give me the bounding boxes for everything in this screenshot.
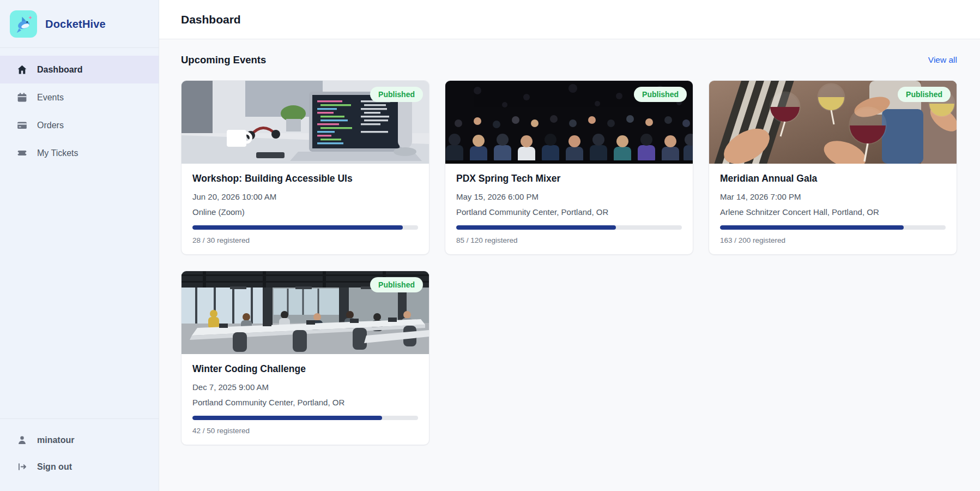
- view-all-link[interactable]: View all: [928, 55, 957, 65]
- events-grid: Published Workshop: Building Accessible …: [181, 80, 957, 445]
- registration-progress-fill: [192, 225, 403, 230]
- registration-progress-track: [720, 225, 946, 230]
- sidebar-item-orders[interactable]: Orders: [0, 111, 159, 139]
- sidebar-user[interactable]: minatour: [0, 427, 159, 453]
- open-office-hackathon-photo: Published: [182, 271, 429, 354]
- event-title: Winter Coding Challenge: [192, 363, 418, 375]
- event-location: Online (Zoom): [192, 207, 418, 217]
- sidebar-footer: minatour Sign out: [0, 418, 159, 491]
- calendar-icon: [16, 92, 28, 103]
- registration-progress-track: [456, 225, 682, 230]
- event-title: Workshop: Building Accessible UIs: [192, 173, 418, 184]
- app-name: DocketHive: [45, 18, 106, 31]
- sidebar-item-dashboard[interactable]: Dashboard: [0, 56, 159, 83]
- event-card[interactable]: Published PDX Spring Tech Mixer May 15, …: [445, 80, 693, 255]
- sign-out-label: Sign out: [37, 462, 72, 472]
- sign-out-icon: [16, 461, 28, 472]
- event-datetime: Mar 14, 2026 7:00 PM: [720, 192, 946, 201]
- conference-audience-photo: Published: [445, 81, 693, 164]
- event-title: PDX Spring Tech Mixer: [456, 173, 682, 184]
- registered-count: 28 / 30 registered: [192, 236, 418, 244]
- event-location: Portland Community Center, Portland, OR: [456, 207, 682, 217]
- page-title: Dashboard: [181, 13, 241, 26]
- registration-progress-fill: [720, 225, 904, 230]
- registered-count: 42 / 50 registered: [192, 427, 418, 435]
- content-area: Upcoming Events View all: [159, 39, 980, 445]
- username-label: minatour: [37, 435, 74, 445]
- event-datetime: Jun 20, 2026 10:00 AM: [192, 192, 418, 201]
- wine-toast-photo: Published: [709, 81, 957, 164]
- dolphin-icon: [10, 10, 37, 38]
- registered-count: 163 / 200 registered: [720, 236, 946, 244]
- event-card-body: Winter Coding Challenge Dec 7, 2025 9:00…: [182, 354, 429, 445]
- event-title: Meridian Annual Gala: [720, 173, 946, 184]
- status-badge: Published: [370, 87, 423, 102]
- sidebar-nav: Dashboard Events Orders: [0, 48, 159, 167]
- ticket-icon: [16, 147, 28, 159]
- event-location: Arlene Schnitzer Concert Hall, Portland,…: [720, 207, 946, 217]
- registration-progress-track: [192, 416, 418, 420]
- sidebar-item-label: Events: [37, 93, 64, 103]
- sidebar-item-label: Orders: [37, 121, 64, 130]
- main-area: Dashboard Upcoming Events View all: [159, 0, 980, 491]
- top-bar: Dashboard: [159, 0, 980, 39]
- event-card[interactable]: Published Meridian Annual Gala Mar 14, 2…: [709, 80, 957, 255]
- laptop-code-workspace-photo: Published: [182, 81, 429, 164]
- home-icon: [16, 64, 28, 75]
- status-badge: Published: [370, 277, 423, 292]
- registration-progress-track: [192, 225, 418, 230]
- app-logo: DocketHive: [0, 0, 159, 48]
- event-card[interactable]: Published Workshop: Building Accessible …: [181, 80, 429, 255]
- credit-card-icon: [16, 119, 28, 131]
- event-datetime: Dec 7, 2025 9:00 AM: [192, 382, 418, 392]
- sidebar: DocketHive Dashboard Events Orders: [0, 0, 159, 491]
- event-card-body: Meridian Annual Gala Mar 14, 2026 7:00 P…: [709, 164, 957, 254]
- sign-out-button[interactable]: Sign out: [0, 453, 159, 480]
- sidebar-item-label: My Tickets: [37, 148, 78, 158]
- user-icon: [16, 434, 28, 446]
- registration-progress-fill: [456, 225, 616, 230]
- event-location: Portland Community Center, Portland, OR: [192, 398, 418, 407]
- section-title: Upcoming Events: [181, 54, 266, 66]
- event-card-body: Workshop: Building Accessible UIs Jun 20…: [182, 164, 429, 254]
- status-badge: Published: [634, 87, 687, 102]
- event-datetime: May 15, 2026 6:00 PM: [456, 192, 682, 201]
- sidebar-item-my-tickets[interactable]: My Tickets: [0, 139, 159, 167]
- registration-progress-fill: [192, 416, 382, 420]
- sidebar-item-label: Dashboard: [37, 65, 83, 75]
- registered-count: 85 / 120 registered: [456, 236, 682, 244]
- sidebar-item-events[interactable]: Events: [0, 83, 159, 111]
- status-badge: Published: [898, 87, 951, 102]
- event-card-body: PDX Spring Tech Mixer May 15, 2026 6:00 …: [445, 164, 693, 254]
- event-card[interactable]: Published Winter Coding Challenge Dec 7,…: [181, 271, 429, 445]
- section-header: Upcoming Events View all: [181, 54, 957, 66]
